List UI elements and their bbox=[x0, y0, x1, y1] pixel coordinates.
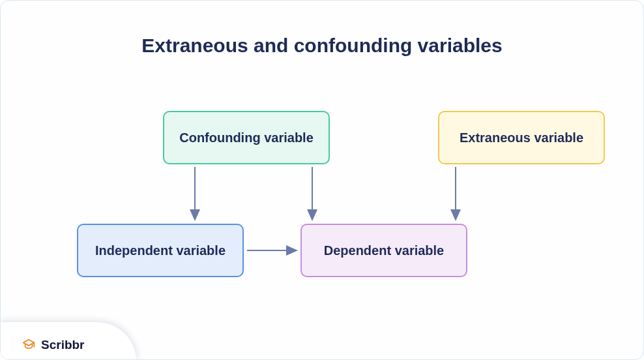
node-confounding: Confounding variable bbox=[163, 111, 330, 164]
brand-name: Scribbr bbox=[41, 338, 85, 352]
diagram-card: Extraneous and confounding variables Con… bbox=[0, 0, 644, 360]
node-confounding-label: Confounding variable bbox=[179, 130, 314, 146]
brand-logo-icon bbox=[22, 338, 36, 352]
diagram-title: Extraneous and confounding variables bbox=[1, 35, 643, 57]
brand-badge: Scribbr bbox=[0, 322, 136, 360]
node-independent-label: Independent variable bbox=[95, 243, 226, 259]
node-dependent: Dependent variable bbox=[300, 224, 467, 277]
node-independent: Independent variable bbox=[77, 224, 244, 277]
node-dependent-label: Dependent variable bbox=[324, 243, 445, 259]
node-extraneous: Extraneous variable bbox=[438, 111, 605, 164]
node-extraneous-label: Extraneous variable bbox=[460, 130, 583, 146]
